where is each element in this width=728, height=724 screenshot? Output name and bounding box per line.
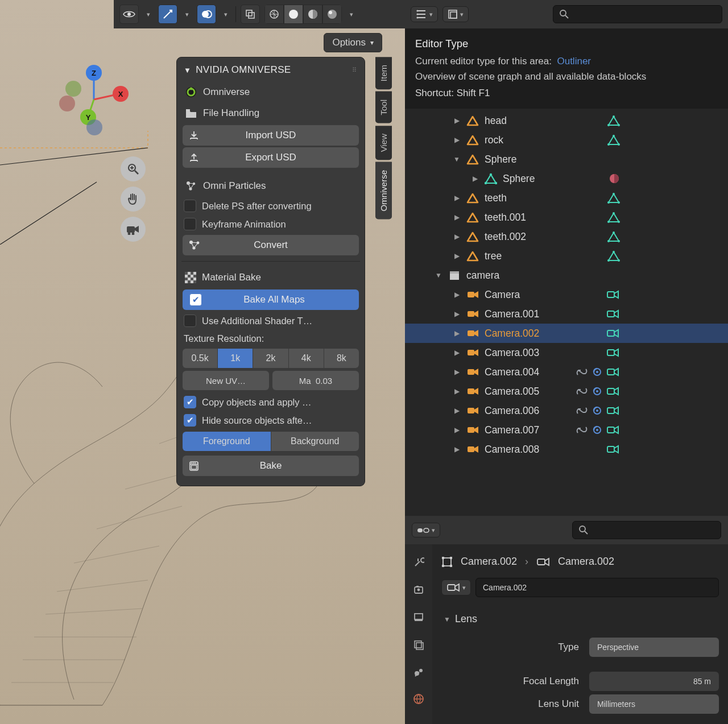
editor-type-button[interactable]: ▾ xyxy=(411,6,438,22)
file-handling-row[interactable]: File Handling xyxy=(183,103,359,123)
tree-node[interactable]: ▶Camera.007 xyxy=(405,420,728,440)
tree-node[interactable]: ▶Camera.008 xyxy=(405,440,728,459)
lens-type-dropdown[interactable]: Perspective xyxy=(589,638,719,657)
tab-omniverse[interactable]: Omniverse xyxy=(375,162,392,220)
background-toggle[interactable]: Background xyxy=(271,432,359,451)
data-name-field[interactable]: Camera.002 xyxy=(475,578,719,597)
res-0.5k[interactable]: 0.5k xyxy=(183,349,218,368)
tab-world-props[interactable] xyxy=(411,691,427,707)
chevron-down-icon[interactable]: ▾ xyxy=(143,11,154,18)
tree-node[interactable]: ▶Camera.004 xyxy=(405,362,728,382)
disclosure-arrow[interactable]: ▶ xyxy=(453,194,461,202)
grip-icon[interactable]: ⠿ xyxy=(352,67,358,74)
tree-node[interactable]: ▶Camera.005 xyxy=(405,382,728,401)
bake-all-maps-button[interactable]: ✔ Bake All Maps xyxy=(183,289,359,310)
disclosure-arrow[interactable]: ▶ xyxy=(453,213,461,221)
tree-node[interactable]: ▶Camera.001 xyxy=(405,304,728,324)
xray-toggle[interactable] xyxy=(241,5,260,24)
disclosure-arrow[interactable]: ▶ xyxy=(453,387,461,395)
disclosure-arrow[interactable]: ▶ xyxy=(453,329,461,337)
tab-render-props[interactable] xyxy=(411,582,427,598)
margin-field[interactable]: Ma 0.03 xyxy=(272,371,359,390)
tree-node[interactable]: ▼Sphere xyxy=(405,150,728,169)
disclosure-arrow[interactable]: ▶ xyxy=(471,175,479,183)
res-2k[interactable]: 2k xyxy=(253,349,288,368)
omniverse-row[interactable]: Omniverse xyxy=(183,81,359,103)
disclosure-arrow[interactable]: ▶ xyxy=(453,368,461,376)
tree-node[interactable]: ▼camera xyxy=(405,266,728,285)
disclosure-arrow[interactable]: ▶ xyxy=(453,117,461,125)
data-chooser-button[interactable]: ▾ xyxy=(441,580,471,595)
shading-wireframe[interactable] xyxy=(264,5,284,24)
disclosure-arrow[interactable]: ▶ xyxy=(453,407,461,415)
pan-button[interactable] xyxy=(121,187,146,212)
res-4k[interactable]: 4k xyxy=(289,349,324,368)
tree-node[interactable]: ▶teeth.002 xyxy=(405,227,728,246)
tab-view[interactable]: View xyxy=(375,126,392,160)
hide-source-check[interactable]: ✔Hide source objects afte… xyxy=(183,411,359,429)
new-uv-button[interactable]: New UV… xyxy=(183,371,269,390)
use-additional-check[interactable]: Use Additional Shader T… xyxy=(183,312,359,330)
convert-button[interactable]: Convert xyxy=(183,235,359,255)
properties-search[interactable] xyxy=(572,521,721,539)
tab-output-props[interactable] xyxy=(411,609,427,625)
disclosure-arrow[interactable]: ▶ xyxy=(453,252,461,260)
overlay-toggle[interactable] xyxy=(197,5,216,24)
disclosure-arrow[interactable]: ▼ xyxy=(453,155,461,163)
outliner-link[interactable]: Outliner xyxy=(557,56,591,67)
disclosure-arrow[interactable]: ▶ xyxy=(453,310,461,318)
properties-editor-button[interactable]: ▾ xyxy=(412,523,440,537)
disclosure-arrow[interactable]: ▶ xyxy=(453,233,461,241)
tree-node[interactable]: ▶Camera.003 xyxy=(405,343,728,362)
display-mode-button[interactable]: ▾ xyxy=(442,6,469,22)
import-usd-button[interactable]: Import USD xyxy=(183,125,359,146)
lens-section-header[interactable]: ▼Lens xyxy=(441,609,719,634)
disclosure-arrow[interactable]: ▶ xyxy=(453,445,461,453)
res-8k[interactable]: 8k xyxy=(324,349,359,368)
res-1k[interactable]: 1k xyxy=(218,349,253,368)
gizmo-toggle[interactable] xyxy=(158,5,177,24)
disclosure-arrow[interactable]: ▶ xyxy=(453,136,461,144)
tab-tool-props[interactable] xyxy=(411,555,427,570)
material-bake-row[interactable]: Material Bake xyxy=(183,267,359,288)
tab-item[interactable]: Item xyxy=(375,57,392,89)
options-dropdown[interactable]: Options ▾ xyxy=(324,33,382,52)
keyframe-anim-check[interactable]: Keyframe Animation xyxy=(183,215,359,233)
shading-material[interactable] xyxy=(303,5,322,24)
disclosure-arrow[interactable]: ▶ xyxy=(453,349,461,357)
chevron-down-icon[interactable]: ▾ xyxy=(182,11,192,18)
tree-node[interactable]: ▶rock xyxy=(405,130,728,150)
tree-node[interactable]: ▶teeth xyxy=(405,188,728,208)
disclosure-arrow[interactable]: ▶ xyxy=(453,426,461,434)
foreground-toggle[interactable]: Foreground xyxy=(183,432,271,451)
outliner-search[interactable] xyxy=(553,5,722,23)
export-usd-button[interactable]: Export USD xyxy=(183,147,359,168)
disclosure-arrow[interactable]: ▼ xyxy=(435,271,442,279)
disclosure-arrow[interactable]: ▶ xyxy=(453,291,461,299)
viewport-3d[interactable]: ▾ ▾ ▾ ▾ Options ▾ Z X Y Item Tool View xyxy=(0,0,405,724)
delete-ps-check[interactable]: Delete PS after converting xyxy=(183,197,359,215)
chevron-down-icon[interactable]: ▾ xyxy=(346,11,357,18)
omni-particles-row[interactable]: Omni Particles xyxy=(183,175,359,197)
tab-viewlayer-props[interactable] xyxy=(411,636,427,652)
camera-view-button[interactable] xyxy=(121,217,146,242)
focal-length-field[interactable]: 85 m xyxy=(589,672,719,691)
tree-node[interactable]: ▶tree xyxy=(405,246,728,266)
tab-scene-props[interactable] xyxy=(411,664,427,680)
tree-node[interactable]: ▶Camera.002 xyxy=(405,324,728,343)
orientation-gizmo[interactable]: Z X Y xyxy=(57,63,131,136)
copy-objects-check[interactable]: ✔Copy objects and apply … xyxy=(183,393,359,411)
shading-solid[interactable] xyxy=(284,5,303,24)
visibility-dropdown[interactable] xyxy=(119,5,139,24)
tab-tool[interactable]: Tool xyxy=(375,92,392,123)
tree-node[interactable]: ▶Sphere xyxy=(405,169,728,188)
tree-node[interactable]: ▶head xyxy=(405,111,728,130)
chevron-down-icon[interactable]: ▼ xyxy=(184,66,191,75)
lens-unit-dropdown[interactable]: Millimeters xyxy=(589,694,719,714)
bake-button[interactable]: Bake xyxy=(183,456,359,476)
tree-node[interactable]: ▶Camera.006 xyxy=(405,401,728,420)
tree-node[interactable]: ▶teeth.001 xyxy=(405,208,728,227)
chevron-down-icon[interactable]: ▾ xyxy=(221,11,231,18)
tree-node[interactable]: ▶Camera xyxy=(405,285,728,304)
zoom-button[interactable] xyxy=(121,156,146,181)
